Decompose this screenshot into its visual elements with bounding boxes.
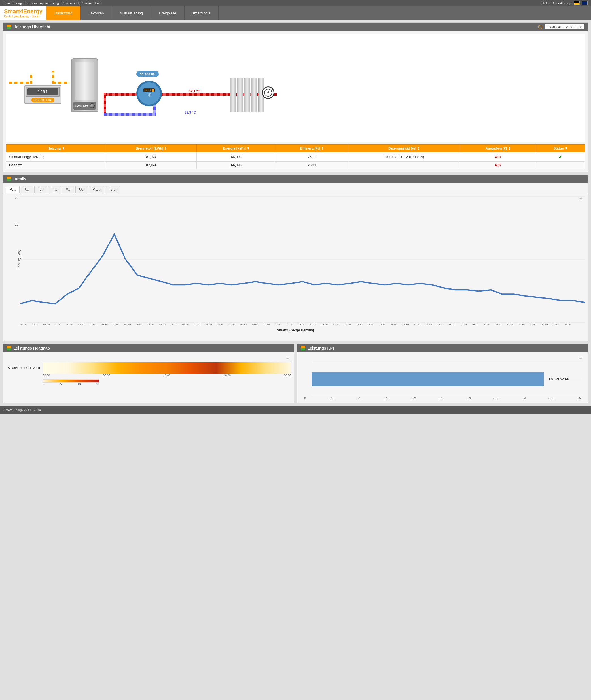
col-heizung[interactable]: Heizung ⇕ xyxy=(6,145,106,152)
row-brennstoff: 87,074 xyxy=(106,152,197,162)
logo-4: 4 xyxy=(20,8,23,14)
nav-tab-favoriten[interactable]: Favoriten xyxy=(80,6,112,20)
kpi-title: Leistungs KPI xyxy=(308,346,334,351)
row-datenqualitaet: 100,00 (29.01.2019 17:15) xyxy=(348,152,460,162)
kpi-chart-container: 0.429 xyxy=(312,362,583,397)
details-section: Details PkW TFT TRT TDT VW QW VGAS EkWh … xyxy=(3,175,588,341)
y-axis-label: Leistung (kW) xyxy=(17,250,21,269)
radiator-panel-4 xyxy=(251,78,257,112)
col-ausgaben[interactable]: Ausgaben [€] ⇕ xyxy=(460,145,536,152)
nav-tab-visualisierung[interactable]: Visualisierung xyxy=(112,6,151,20)
heating-title: Heizungs Übersicht xyxy=(13,25,51,29)
kpi-x-04: 0.4 xyxy=(522,397,526,400)
tab-qw[interactable]: QW xyxy=(75,186,88,193)
details-header-left: Details xyxy=(6,177,26,181)
x-tick: 09:00 xyxy=(228,323,235,326)
nav-tab-ereignisse[interactable]: Ereignisse xyxy=(151,6,185,20)
x-tick: 04:30 xyxy=(124,323,131,326)
kpi-x-axis: 0 0.05 0.1 0.15 0.2 0.25 0.3 0.35 0.4 0.… xyxy=(303,397,583,400)
top-bar: Smart Energy Energiemanagement - Typ: Pr… xyxy=(0,0,591,6)
x-tick: 19:00 xyxy=(460,323,467,326)
col-effizienz[interactable]: Effizienz [%] ⇕ xyxy=(276,145,348,152)
heatmap-icon xyxy=(6,346,11,351)
tab-vw[interactable]: VW xyxy=(62,186,74,193)
heating-table: Heizung ⇕ Brennstoff [kWh] ⇕ Energie [kW… xyxy=(6,145,585,169)
y-label-20: 20 xyxy=(15,196,18,200)
y-label-10: 10 xyxy=(15,223,18,226)
diagram-container: 1234 8.179,077 m³ 4,244 kW 55,783 m xyxy=(9,37,582,139)
x-tick: 20:00 xyxy=(483,323,490,326)
details-title: Details xyxy=(13,177,26,181)
x-tick: 00:00 xyxy=(20,323,27,326)
kpi-x-02: 0.2 xyxy=(412,397,416,400)
col-status[interactable]: Status ⇕ xyxy=(536,145,585,152)
tab-tft[interactable]: TFT xyxy=(21,186,33,193)
water-volume-badge: 55,783 m³ xyxy=(136,71,159,77)
x-tick: 15:00 xyxy=(368,323,374,326)
tab-tdt[interactable]: TDT xyxy=(48,186,61,193)
heatmap-menu-icon[interactable]: ≡ xyxy=(286,355,289,361)
kpi-menu-row: ≡ xyxy=(303,355,583,361)
x-tick: 03:30 xyxy=(101,323,108,326)
chart-wrapper: ≡ 20 10 0 Leistung (kW) xyxy=(6,196,585,332)
col-datenqualitaet[interactable]: Datenqualität [%] ⇕ xyxy=(348,145,460,152)
table-row: Smart4Energy Heizung 87,074 66,098 75,91… xyxy=(6,152,585,162)
radiator-panel-1 xyxy=(230,78,236,112)
kpi-menu-icon[interactable]: ≡ xyxy=(579,355,582,361)
boiler-tank: 4,244 kW xyxy=(71,58,98,112)
gas-meter: 1234 8.179,077 m³ xyxy=(24,85,61,104)
total-row: Gesamt 87,074 66,098 75,91 4,07 xyxy=(6,162,585,169)
flag-uk-icon[interactable] xyxy=(582,1,588,5)
kpi-x-0: 0 xyxy=(305,397,306,400)
kpi-area: ≡ 0.429 xyxy=(297,352,588,403)
greeting: Hallo, xyxy=(542,1,549,5)
total-ausgaben: 4,07 xyxy=(460,162,536,169)
row-ausgaben: 4,07 xyxy=(460,152,536,162)
heatmap-legend xyxy=(43,379,291,383)
kpi-x-015: 0.15 xyxy=(384,397,389,400)
date-range: 29.01.2019 - 29.01.2019 xyxy=(545,24,585,29)
tab-vgas[interactable]: VGAS xyxy=(89,186,104,193)
gas-meter-value: 8.179,077 m³ xyxy=(31,98,54,102)
chart-title: Smart4Energy Heizung xyxy=(6,328,585,332)
y-axis: 20 10 0 xyxy=(6,196,20,253)
x-tick: 20:30 xyxy=(495,323,502,326)
kpi-header-left: Leistungs KPI xyxy=(301,346,334,351)
x-tick: 01:00 xyxy=(43,323,50,326)
x-tick: 02:30 xyxy=(78,323,84,326)
kpi-x-01: 0.1 xyxy=(357,397,361,400)
col-brennstoff[interactable]: Brennstoff [kWh] ⇕ xyxy=(106,145,197,152)
x-tick: 08:30 xyxy=(217,323,224,326)
row-status: ✔ xyxy=(536,152,585,162)
dial-svg xyxy=(264,88,272,97)
x-tick: 11:30 xyxy=(286,323,293,326)
tab-ekwh[interactable]: EkWh xyxy=(105,186,120,193)
row-energie: 66,098 xyxy=(197,152,276,162)
details-section-header: Details xyxy=(3,175,588,183)
tab-trt[interactable]: TRT xyxy=(34,186,47,193)
total-brennstoff: 87,074 xyxy=(106,162,197,169)
nav-tab-dashboard[interactable]: Dashboard xyxy=(47,6,81,20)
gas-meter-display: 1234 xyxy=(27,88,58,95)
app-title: Smart Energy Energiemanagement - Typ: Pr… xyxy=(3,1,101,5)
x-tick: 16:00 xyxy=(391,323,397,326)
flag-de-icon[interactable] xyxy=(574,1,580,5)
tab-pkw[interactable]: PkW xyxy=(6,186,19,193)
temp-return-value: 32,3 °C xyxy=(185,110,196,114)
nav-tab-smarttools[interactable]: smartTools xyxy=(185,6,218,20)
x-tick: 11:00 xyxy=(275,323,281,326)
x-tick: 02:00 xyxy=(66,323,73,326)
x-tick: 10:00 xyxy=(252,323,258,326)
kpi-chart-layout: 0.429 xyxy=(303,362,583,397)
heatmap-panel: Leistungs Heatmap ≡ Smart4Energy Heizung xyxy=(3,344,294,403)
kpi-svg: 0.429 xyxy=(312,362,583,396)
kpi-x-05: 0.5 xyxy=(577,397,581,400)
heatmap-legend-labels-row: 0 5 10 15 xyxy=(43,383,291,386)
x-tick: 01:30 xyxy=(55,323,62,326)
bottom-row: Leistungs Heatmap ≡ Smart4Energy Heizung xyxy=(3,344,588,403)
col-energie[interactable]: Energie [kWh] ⇕ xyxy=(197,145,276,152)
kpi-x-005: 0.05 xyxy=(329,397,334,400)
gas-pipe-vertical-2 xyxy=(52,71,54,84)
heating-section-header: Heizungs Übersicht ◯ 29.01.2019 - 29.01.… xyxy=(3,23,588,31)
boiler-inner xyxy=(75,62,94,100)
